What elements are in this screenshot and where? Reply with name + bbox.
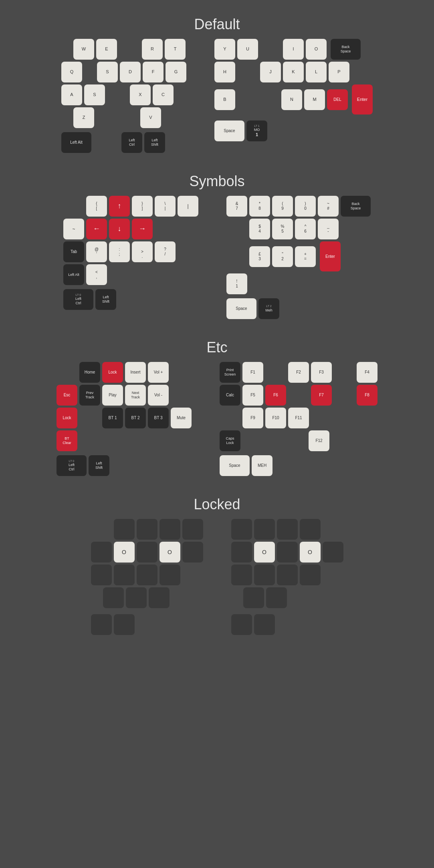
key-backspace-sym[interactable]: BackSpace [341, 196, 371, 217]
key-i[interactable]: I [283, 39, 304, 60]
key-f2[interactable]: F2 [288, 362, 309, 383]
key-tilde[interactable]: ~ [63, 219, 84, 239]
key-d[interactable]: D [120, 62, 141, 82]
key-question[interactable]: ?/ [155, 241, 176, 262]
key-amp7[interactable]: &7 [226, 196, 247, 217]
key-space-etc[interactable]: Space [220, 455, 250, 476]
key-space[interactable]: Space [214, 121, 244, 141]
key-bt2[interactable]: BT 2 [125, 408, 146, 428]
key-m[interactable]: M [304, 89, 325, 110]
key-f3[interactable]: F3 [311, 362, 332, 383]
key-esc[interactable]: Esc [57, 385, 77, 406]
key-f7[interactable]: F7 [311, 385, 332, 406]
key-w[interactable]: W [73, 39, 94, 60]
key-left-ctrl[interactable]: LeftCtrl [121, 132, 142, 153]
key-t[interactable]: T [165, 39, 186, 60]
key-left-alt[interactable]: Left Alt [61, 132, 91, 153]
key-e[interactable]: E [96, 39, 117, 60]
key-gt[interactable]: >. [132, 241, 153, 262]
key-pipe[interactable]: | [178, 196, 198, 217]
key-caps-lock[interactable]: CapsLock [220, 430, 240, 451]
key-open-bracket[interactable]: {[ [86, 196, 107, 217]
key-left-shift-etc[interactable]: LeftShift [89, 455, 109, 476]
key-p[interactable]: P [329, 62, 349, 82]
key-left-arrow[interactable]: ← [86, 219, 107, 239]
key-open9[interactable]: (9 [272, 196, 293, 217]
key-bang1[interactable]: !1 [226, 273, 247, 294]
key-h[interactable]: H [214, 62, 235, 82]
key-caret6[interactable]: ^6 [295, 219, 316, 239]
key-prev-track[interactable]: PrevTrack [79, 385, 100, 406]
key-bt-clear[interactable]: BTClear [57, 430, 77, 451]
key-at[interactable]: @' [86, 241, 107, 262]
key-backspace-top[interactable]: BackSpace [331, 39, 361, 60]
key-star8[interactable]: *8 [249, 196, 270, 217]
key-l[interactable]: L [306, 62, 327, 82]
key-close-bracket[interactable]: }] [132, 196, 153, 217]
key-f11[interactable]: F11 [288, 408, 309, 428]
key-f4[interactable]: F4 [357, 362, 377, 383]
key-o[interactable]: O [306, 39, 327, 60]
key-play[interactable]: Play [102, 385, 123, 406]
key-f6[interactable]: F6 [265, 385, 286, 406]
key-lt2-meh[interactable]: LT 2 Meh [258, 298, 279, 319]
key-enter[interactable]: Enter [352, 84, 373, 115]
key-mute[interactable]: Mute [171, 408, 192, 428]
key-n[interactable]: N [281, 89, 302, 110]
key-x[interactable]: X [130, 84, 151, 105]
key-right-arrow[interactable]: → [132, 219, 153, 239]
key-s[interactable]: S [84, 84, 105, 105]
key-quote2[interactable]: "2 [272, 246, 293, 267]
key-next-track[interactable]: NextTrack [125, 385, 146, 406]
key-r[interactable]: R [142, 39, 163, 60]
key-plus-eq[interactable]: += [295, 246, 316, 267]
key-v[interactable]: V [140, 107, 161, 128]
key-f9[interactable]: F9 [242, 408, 263, 428]
key-bt1[interactable]: BT 1 [102, 408, 123, 428]
key-calc[interactable]: Calc [220, 385, 240, 406]
key-a[interactable]: A [61, 84, 82, 105]
key-s2[interactable]: S [97, 62, 118, 82]
key-left-shift-sym[interactable]: LeftShift [95, 289, 116, 310]
key-up-arrow[interactable]: ↑ [109, 196, 130, 217]
key-backslash[interactable]: \| [155, 196, 176, 217]
key-enter-sym[interactable]: Enter [320, 241, 341, 271]
key-del[interactable]: DEL [327, 89, 348, 110]
key-down-arrow[interactable]: ↓ [109, 219, 130, 239]
key-dollar4[interactable]: $4 [249, 219, 270, 239]
key-f12[interactable]: F12 [309, 430, 329, 451]
key-g[interactable]: G [166, 62, 186, 82]
key-meh-etc[interactable]: MEH [252, 455, 273, 476]
key-u[interactable]: U [237, 39, 258, 60]
key-f5[interactable]: F5 [242, 385, 263, 406]
key-left-alt-sym[interactable]: Left Alt [63, 264, 84, 285]
key-close0[interactable]: )0 [295, 196, 316, 217]
key-vol-plus[interactable]: Vol + [148, 362, 169, 383]
key-lock-etc[interactable]: Lock [102, 362, 123, 383]
key-left-shift[interactable]: LeftShift [144, 132, 165, 153]
key-mo1[interactable]: LT 1 MO 1 [246, 121, 267, 141]
key-bt3[interactable]: BT 3 [148, 408, 169, 428]
key-print-screen[interactable]: PrintScreen [220, 362, 240, 383]
key-underscore[interactable]: _- [318, 219, 339, 239]
key-lock-etc2[interactable]: Lock [57, 408, 77, 428]
key-home[interactable]: Home [79, 362, 100, 383]
key-vol-minus[interactable]: Vol - [148, 385, 169, 406]
key-b-right[interactable]: B [214, 89, 235, 110]
key-lt[interactable]: <, [86, 264, 107, 285]
key-z[interactable]: Z [73, 107, 94, 128]
key-lt0-left-ctrl-etc[interactable]: LT 0 Left Ctrl [57, 455, 87, 476]
key-pound3[interactable]: £3 [249, 246, 270, 267]
key-percent5[interactable]: %5 [272, 219, 293, 239]
key-f8[interactable]: F8 [357, 385, 377, 406]
key-k[interactable]: K [283, 62, 304, 82]
key-insert[interactable]: Insert [125, 362, 146, 383]
key-tab[interactable]: Tab [63, 241, 84, 262]
key-space-sym[interactable]: Space [226, 298, 256, 319]
key-tilde-hash[interactable]: ~# [318, 196, 339, 217]
key-y[interactable]: Y [214, 39, 235, 60]
key-f1[interactable]: F1 [242, 362, 263, 383]
key-f10[interactable]: F10 [265, 408, 286, 428]
key-q[interactable]: Q [61, 62, 82, 82]
key-lt0-left-ctrl[interactable]: LT 0 Left Ctrl [63, 289, 93, 310]
